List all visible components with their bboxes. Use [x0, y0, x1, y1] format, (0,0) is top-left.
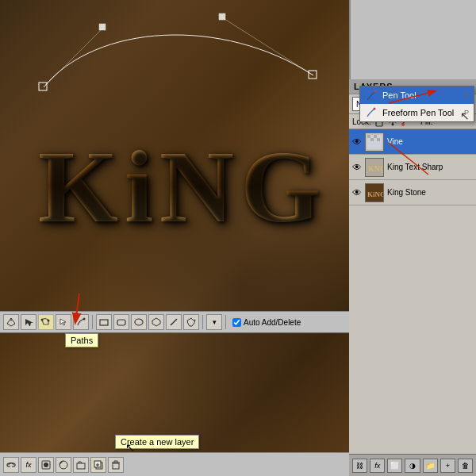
- ellipse-tool-button[interactable]: [131, 314, 147, 330]
- layer-row-king-text[interactable]: 👁 KNG King Text Sharp: [349, 155, 476, 180]
- pen-tool-icon: [365, 89, 378, 102]
- freeform-pen-icon: [365, 106, 378, 119]
- svg-point-11: [135, 319, 143, 325]
- freeform-pen-shortcut: P: [464, 109, 469, 117]
- link-button[interactable]: [3, 457, 19, 473]
- svg-rect-9: [100, 320, 108, 325]
- toolbar-separator-2: [202, 315, 203, 329]
- layers-link-button[interactable]: ⛓: [352, 459, 367, 473]
- toolbar-separator-1: [92, 315, 93, 329]
- bottom-toolbar: fx: [0, 452, 349, 476]
- layers-fx-button[interactable]: fx: [370, 459, 385, 473]
- svg-line-13: [171, 319, 177, 325]
- pen-tool-menu: Pen Tool P Freeform Pen Tool P: [359, 86, 474, 122]
- rectangle-tool-button[interactable]: [96, 314, 112, 330]
- layers-new-button[interactable]: +: [440, 459, 455, 473]
- svg-rect-17: [77, 463, 85, 469]
- pen-tool-shortcut: P: [464, 91, 469, 99]
- layers-delete-button[interactable]: 🗑: [458, 459, 473, 473]
- layers-group-button[interactable]: 📁: [423, 459, 438, 473]
- svg-rect-35: [374, 135, 377, 138]
- layer-visibility-king-stone[interactable]: 👁: [351, 186, 363, 199]
- pen-tool-button[interactable]: [3, 314, 19, 330]
- right-panel: Pen Tool P Freeform Pen Tool P ↖ LAYERS …: [349, 0, 476, 476]
- paths-button[interactable]: [38, 314, 54, 330]
- auto-add-checkbox[interactable]: [232, 318, 241, 327]
- svg-marker-12: [152, 318, 160, 326]
- king-text-display: KiNG: [16, 127, 349, 246]
- layers-mask-button[interactable]: ⬜: [387, 459, 402, 473]
- new-layer-button[interactable]: [90, 457, 106, 473]
- layer-name-king-text: King Text Sharp: [386, 163, 474, 171]
- layers-adjustment-button[interactable]: ◑: [405, 459, 420, 473]
- svg-marker-28: [391, 124, 394, 126]
- main-toolbar: ▾ Auto Add/Delete: [0, 311, 349, 333]
- delete-layer-button[interactable]: [108, 457, 124, 473]
- auto-add-label: Auto Add/Delete: [244, 318, 301, 327]
- path-options-button[interactable]: ▾: [206, 314, 222, 330]
- mask-button[interactable]: [38, 457, 54, 473]
- svg-rect-36: [370, 138, 374, 141]
- svg-rect-34: [367, 135, 370, 138]
- adjustment-button[interactable]: [56, 457, 71, 473]
- layer-name-vine: Vine: [386, 137, 474, 146]
- svg-point-24: [374, 90, 377, 93]
- svg-point-31: [401, 123, 405, 126]
- canvas-area: KiNG: [0, 0, 349, 476]
- fx-button[interactable]: fx: [21, 457, 36, 473]
- group-button[interactable]: [73, 457, 89, 473]
- layers-panel: LAYERS Normal Opacity: Lock:: [349, 79, 476, 476]
- svg-text:KNG: KNG: [368, 164, 383, 173]
- layer-visibility-king-text[interactable]: 👁: [351, 161, 363, 174]
- direct-select-button[interactable]: [56, 314, 71, 330]
- freeform-pen-label: Freeform Pen Tool: [382, 108, 454, 117]
- layer-row-king-stone[interactable]: 👁 KiNG King Stone: [349, 180, 476, 205]
- layers-bottom-bar: ⛓ fx ⬜ ◑ 📁 + 🗑: [349, 454, 476, 476]
- line-tool-button[interactable]: [166, 314, 182, 330]
- freeform-pen-button[interactable]: [73, 314, 89, 330]
- create-layer-tooltip: Create a new layer: [115, 435, 199, 449]
- svg-point-25: [374, 108, 376, 110]
- paths-tooltip: Paths: [65, 333, 98, 347]
- toolbar-separator-3: [225, 315, 226, 329]
- svg-rect-10: [117, 320, 125, 325]
- svg-rect-37: [377, 138, 380, 141]
- layer-row-vine[interactable]: 👁 Vine: [349, 129, 476, 155]
- layer-thumb-king-text: KNG: [365, 158, 384, 177]
- svg-rect-22: [113, 463, 119, 469]
- polygon-tool-button[interactable]: [148, 314, 164, 330]
- pen-tool-menu-item[interactable]: Pen Tool P: [360, 86, 474, 104]
- svg-point-15: [44, 463, 48, 467]
- svg-point-6: [41, 319, 44, 321]
- layer-thumb-vine: [365, 132, 384, 152]
- svg-point-7: [48, 320, 50, 322]
- freeform-pen-menu-item[interactable]: Freeform Pen Tool P: [360, 104, 474, 121]
- layer-name-king-stone: King Stone: [386, 188, 474, 197]
- layer-thumb-king-stone: KiNG: [365, 183, 384, 202]
- rounded-rect-button[interactable]: [113, 314, 129, 330]
- auto-add-delete-option: Auto Add/Delete: [232, 318, 301, 327]
- arrow-select-button[interactable]: [21, 314, 36, 330]
- svg-text:KiNG: KiNG: [367, 190, 383, 198]
- pen-tool-label: Pen Tool: [382, 90, 416, 100]
- layer-visibility-vine[interactable]: 👁: [351, 136, 363, 148]
- svg-point-8: [83, 318, 86, 321]
- custom-shape-button[interactable]: [183, 314, 199, 330]
